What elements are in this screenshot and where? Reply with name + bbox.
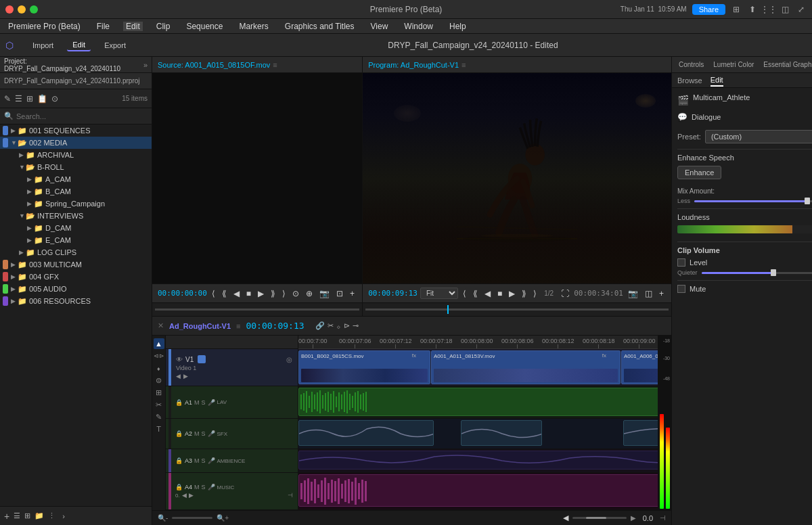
panels-icon[interactable]: ⋮⋮ [763,4,774,15]
src-mark-in[interactable]: ⟨ [210,288,217,300]
tl-scroll-right[interactable]: ▶ [631,514,636,522]
menu-graphics[interactable]: Graphics and Titles [282,22,357,31]
tl-goto-in[interactable]: ⊣ [660,514,666,522]
a4-clip-1[interactable] [298,474,658,507]
a1-m-btn[interactable]: M [194,399,200,406]
prog-compare[interactable]: ◫ [643,288,654,300]
tree-item-spring[interactable]: ▶ 📁 Spring_Campaign [0,198,152,210]
tab-controls[interactable]: Controls [675,60,708,70]
tree-item-bcam[interactable]: ▶ 📁 B_CAM [0,185,152,198]
fullscreen-button[interactable] [30,5,38,14]
a3-s-btn[interactable]: S [202,457,206,464]
settings-icon[interactable]: ⋮ [48,511,55,520]
tool-razor[interactable]: ✂ [154,399,164,410]
mix-slider-thumb[interactable] [805,198,810,204]
a2-m-btn[interactable]: M [194,430,200,437]
v1-next-icon[interactable]: ▶ [183,373,188,380]
tree-item-001[interactable]: ▶ 📁 001 SEQUENCES [0,124,152,137]
timeline-close-icon[interactable]: ✕ [158,321,164,330]
add-item-icon[interactable]: + [4,511,9,522]
a2-s-btn[interactable]: S [202,430,206,437]
tree-item-004[interactable]: ▶ 📁 004 GFX [0,271,152,283]
import-btn[interactable]: Import [27,40,59,51]
src-step-fwd[interactable]: ⟫ [269,288,277,300]
menu-view[interactable]: View [368,22,391,31]
a4-next-icon[interactable]: ▶ [189,492,194,499]
program-playhead-bar[interactable] [365,309,669,311]
a2-clip-2[interactable] [461,420,542,446]
src-overwrite[interactable]: ⊕ [304,288,315,300]
tl-zoom-in-icon[interactable]: 🔍+ [217,514,229,522]
enhance-button[interactable]: Enhance [677,166,721,179]
v1-color-swatch[interactable] [198,355,206,363]
export-btn[interactable]: Export [99,40,131,51]
prog-mark-in[interactable]: ⟨ [461,288,468,300]
src-stop[interactable]: ■ [244,288,253,300]
tab-essential-graphics[interactable]: Essential Graphics [759,60,812,70]
a2-mic-icon[interactable]: 🎤 [208,430,215,437]
level-slider-thumb[interactable] [771,269,776,276]
src-drag[interactable]: ⊡ [334,288,345,300]
close-button[interactable] [5,5,14,14]
a1-lock-icon[interactable]: 🔒 [175,399,183,406]
program-playhead-area[interactable] [363,302,671,316]
tool-select[interactable]: ▲ [154,338,164,349]
prog-mark-out[interactable]: ⟩ [531,288,539,300]
metadata-icon[interactable]: 📋 [37,94,47,104]
timeline-ruler[interactable]: 00:00:7:00 00:00:07:06 00:00:07:12 [298,336,658,349]
a1-s-btn[interactable]: S [202,399,206,406]
tl-scroll-left[interactable]: ◀ [563,513,568,522]
prog-stop[interactable]: ■ [495,288,504,300]
edit-btn[interactable]: Edit [67,39,91,51]
folder-new-icon[interactable]: 📁 [35,511,44,520]
tree-item-003[interactable]: ▶ 📁 003 MULTICAM [0,258,152,271]
track-select-fwd-icon[interactable]: ⊳ [344,321,350,330]
a3-clip-main[interactable] [298,451,658,470]
a4-m-btn[interactable]: M [194,484,200,490]
a2-clip-3[interactable] [623,420,658,446]
razor-tool-icon[interactable]: ✂ [328,321,334,330]
trim-edit-icon[interactable]: ⊸ [353,321,359,330]
tree-item-dcam[interactable]: ▶ 📁 D_CAM [0,222,152,234]
v1-prev-icon[interactable]: ◀ [176,373,181,380]
prog-play-back[interactable]: ◀ [482,288,493,300]
tree-item-002[interactable]: ▼ 📂 002 MEDIA [0,137,152,149]
new-bin-icon[interactable]: ✎ [4,94,11,104]
a3-mic-icon[interactable]: 🎤 [208,457,215,464]
menu-markers[interactable]: Markers [236,22,271,31]
source-monitor-menu[interactable]: ≡ [273,61,277,69]
tool-text[interactable]: T [154,424,164,434]
upload-icon[interactable]: ⬆ [747,4,758,15]
subtab-edit[interactable]: Edit [710,74,723,87]
subtab-browse[interactable]: Browse [677,75,702,86]
tl-scroll-bar[interactable] [572,517,627,519]
tab-lumetri[interactable]: Lumetri Color [709,60,758,70]
a2-clip-1[interactable] [298,420,434,446]
a4-prev-icon[interactable]: ◀ [182,492,187,499]
prog-step-fwd[interactable]: ⟫ [520,288,528,300]
a3-lock-icon[interactable]: 🔒 [175,457,183,464]
tree-item-ecam[interactable]: ▶ 📁 E_CAM [0,234,152,246]
a4-mic-icon[interactable]: 🎤 [208,484,215,490]
source-playhead-area[interactable] [152,302,362,316]
tree-item-006[interactable]: ▶ 📁 006 RESOURCES [0,295,152,307]
magnet-icon[interactable]: 🔗 [315,321,325,330]
video-clip-2[interactable]: A001_A011_08153V.mov fx [431,350,621,384]
prog-step-back[interactable]: ⟪ [471,288,480,300]
a4-to-end-icon[interactable]: ⊣ [288,492,293,499]
a1-clip-main[interactable]: fx [298,388,658,416]
src-mark-out[interactable]: ⟩ [280,288,288,300]
panel-expand-icon[interactable]: » [143,61,148,69]
tree-item-broll[interactable]: ▼ 📂 B-ROLL [0,161,152,173]
a4-s-btn[interactable]: S [202,484,206,490]
level-slider[interactable] [702,272,812,274]
src-export-frame[interactable]: 📷 [317,288,332,300]
src-play-back[interactable]: ◀ [231,288,242,300]
tree-item-acam[interactable]: ▶ 📁 A_CAM [0,173,152,185]
tool-ripple[interactable]: ⬧ [154,363,164,373]
grid-icon[interactable]: ⊞ [24,511,30,520]
tl-zoom-out-icon[interactable]: 🔍- [158,514,168,522]
menu-clip[interactable]: Clip [154,22,173,31]
tool-track-select[interactable]: ⊲⊳ [154,350,164,361]
expand-icon[interactable]: ⤢ [796,4,807,15]
